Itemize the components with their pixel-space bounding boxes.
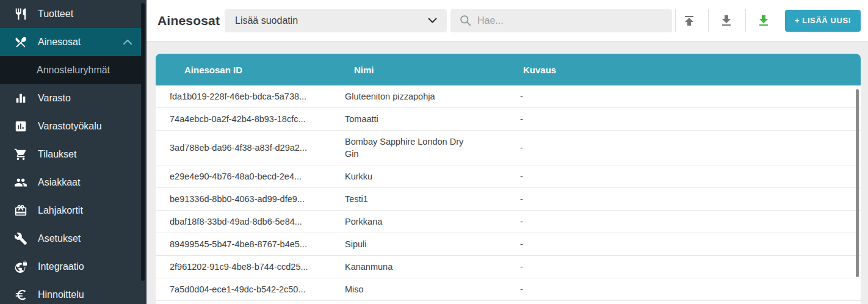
cell-description: - [507,256,861,278]
cell-name: Porkkana [330,211,507,233]
cell-name: Tomaatti [330,108,507,130]
sidebar-item-asetukset[interactable]: Asetukset [0,225,142,253]
cell-ingredient-id: 7a5d0d04-ece1-49dc-b542-2c50... [156,278,330,300]
search-icon [459,14,472,27]
globe-lock-icon [13,259,28,274]
sidebar-item-label: Hinnoittelu [38,289,84,300]
column-header-nimi: Nimi [330,65,507,75]
filter-dropdown-label: Lisää suodatin [235,15,298,26]
cell-name: Gluteeniton pizzapohja [330,85,507,107]
cell-ingredient-id: 3ad788eb-da96-4f38-a83f-d29a2... [156,137,330,159]
cell-ingredient-id: fda1b019-228f-46eb-bdca-5a738... [156,85,330,107]
upload-button[interactable] [678,9,700,33]
cell-name: Kurkku [330,165,507,187]
column-header-kuvaus: Kuvaus [507,65,861,75]
upload-icon [682,13,696,28]
toolbar-divider [745,9,746,32]
cell-ingredient-id: 74a4ebcb-0a2f-42b4-8b93-18cfc... [156,108,330,130]
sidebar-item-label: Integraatio [38,261,84,272]
cell-ingredient-id: dbaf18f8-33bd-49ad-8db6-5e84... [156,211,330,233]
sidebar-item-annosteluryhmat[interactable]: Annosteluryhmät [0,56,142,84]
table-row[interactable]: 89499545-5b47-4be8-8767-b4e5...Sipuli- [156,233,861,256]
table-row[interactable]: 7a5d0d04-ece1-49dc-b542-2c50...Miso- [156,278,861,301]
cart-icon [13,147,28,162]
content-area: Ainesosan ID Nimi Kuvaus fda1b019-228f-4… [146,42,868,304]
sidebar-item-tuotteet[interactable]: Tuotteet [0,0,142,28]
sidebar-item-tilaukset[interactable]: Tilaukset [0,140,142,168]
cell-description: - [507,165,861,187]
ingredients-table: Ainesosan ID Nimi Kuvaus fda1b019-228f-4… [156,54,861,304]
sidebar-item-varasto[interactable]: Varasto [0,84,142,112]
download-icon [719,13,734,28]
sidebar-item-lahjakortit[interactable]: Lahjakortit [0,197,142,225]
toolbar: Ainesosat Lisää suodatin [146,0,868,42]
euro-icon [13,288,28,302]
toolbar-divider [675,9,676,32]
table-header: Ainesosan ID Nimi Kuvaus [156,54,861,85]
add-new-button[interactable]: + LISÄÄ UUSI [785,10,861,32]
cell-ingredient-id: 89499545-5b47-4be8-8767-b4e5... [156,233,330,255]
cell-description: - [507,278,861,300]
chart-box-icon [13,119,28,134]
sidebar-item-label: Ainesosat [38,37,81,48]
sidebar-item-label: Tilaukset [38,149,76,160]
search-box[interactable] [450,9,672,32]
cell-description: - [507,85,861,107]
page-title: Ainesosat [157,13,215,28]
main-area: Ainesosat Lisää suodatin [146,0,868,304]
cell-description: - [507,188,861,210]
sidebar-item-label: Annosteluryhmät [37,65,110,76]
sidebar-item-label: Asetukset [38,233,81,244]
cell-name: Testi1 [330,188,507,210]
sidebar-item-label: Varasto [38,93,71,104]
table-row[interactable]: be91336d-8bb0-4063-ad99-dfe9...Testi1- [156,188,861,211]
cell-description: - [507,211,861,233]
bar-chart-icon [13,91,28,106]
cell-description: - [507,233,861,255]
table-row[interactable]: fda1b019-228f-46eb-bdca-5a738...Gluteeni… [156,85,861,108]
sidebar-item-label: Lahjakortit [38,205,83,216]
cell-description: - [507,108,861,130]
sidebar-item-integraatio[interactable]: Integraatio [0,253,142,281]
people-icon [13,175,28,190]
table-row[interactable]: 74a4ebcb-0a2f-42b4-8b93-18cfc...Tomaatti… [156,108,861,131]
export-download-button[interactable] [753,9,775,33]
sidebar-item-label: Varastotyökalu [38,121,102,132]
wrench-icon [13,231,28,246]
sidebar-item-hinnoittelu[interactable]: Hinnoittelu [0,281,142,304]
gift-card-icon [13,203,28,218]
sidebar: TuotteetAinesosatAnnosteluryhmätVarastoV… [0,0,146,304]
download-green-icon [756,13,771,28]
table-row[interactable]: dbaf18f8-33bd-49ad-8db6-5e84...Porkkana- [156,211,861,233]
chevron-down-icon [428,18,437,23]
cutlery-icon [13,35,28,49]
sidebar-item-label: Asiakkaat [38,177,80,188]
cell-name: Bombay Sapphire London Dry Gin [330,131,507,165]
table-scrollbar[interactable] [856,89,859,277]
sidebar-scrollbar[interactable] [141,3,145,281]
restaurant-icon [13,7,28,21]
cell-ingredient-id: be91336d-8bb0-4063-ad99-dfe9... [156,188,330,210]
table-row[interactable]: 3ad788eb-da96-4f38-a83f-d29a2...Bombay S… [156,131,861,165]
chevron-up-icon [123,40,132,45]
sidebar-item-ainesosat[interactable]: Ainesosat [0,28,142,56]
cell-name: Kananmuna [330,256,507,278]
cell-ingredient-id: e29e4e90-4b76-48a0-becd-2e4... [156,165,330,187]
download-button[interactable] [715,9,737,33]
table-row[interactable]: 2f961202-91c9-4be8-b744-ccd25...Kananmun… [156,256,861,278]
cell-ingredient-id: 2f961202-91c9-4be8-b744-ccd25... [156,256,330,278]
cell-name: Miso [330,278,507,300]
column-header-ainesosan-id: Ainesosan ID [156,65,330,75]
toolbar-divider [708,9,709,32]
search-input[interactable] [477,15,666,26]
sidebar-item-asiakkaat[interactable]: Asiakkaat [0,168,142,197]
cell-name: Sipuli [330,233,507,255]
cell-description: - [507,137,861,159]
sidebar-item-varastotyokalu[interactable]: Varastotyökalu [0,112,142,140]
table-row[interactable]: e29e4e90-4b76-48a0-becd-2e4...Kurkku- [156,165,861,188]
sidebar-item-label: Tuotteet [38,9,73,20]
filter-dropdown[interactable]: Lisää suodatin [225,9,447,32]
